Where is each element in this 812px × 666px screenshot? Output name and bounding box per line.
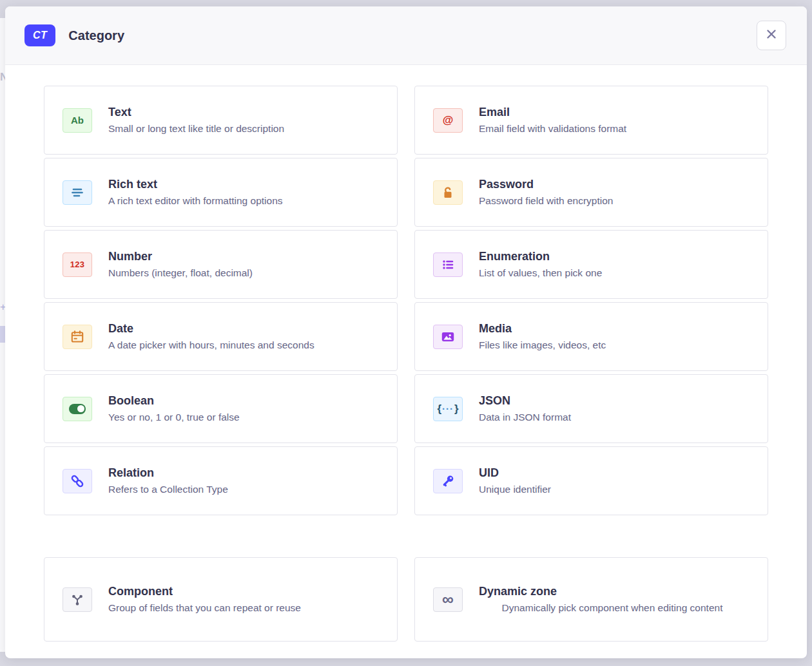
field-description: Files like images, videos, etc xyxy=(479,337,749,353)
toggle-icon xyxy=(63,397,92,421)
field-title: Rich text xyxy=(108,176,379,193)
field-card-uid[interactable]: UID Unique identifier xyxy=(414,446,768,515)
field-title: UID xyxy=(479,464,749,481)
field-card-email[interactable]: @ Email Email field with validations for… xyxy=(414,86,768,155)
field-card-json[interactable]: { ··· } JSON Data in JSON format xyxy=(414,374,768,443)
background-page-edge: N + xyxy=(0,18,5,652)
field-card-relation[interactable]: Relation Refers to a Collection Type xyxy=(44,446,398,515)
field-description: Email field with validations format xyxy=(479,120,749,137)
background-highlight-fragment xyxy=(0,326,5,343)
fields-grid: Ab Text Small or long text like title or… xyxy=(44,86,768,515)
field-title: Date xyxy=(108,320,379,337)
field-description: List of values, then pick one xyxy=(479,265,749,281)
field-card-boolean[interactable]: Boolean Yes or no, 1 or 0, true or false xyxy=(44,374,398,443)
close-icon xyxy=(764,27,778,44)
field-title: Email xyxy=(479,104,749,120)
123-icon: 123 xyxy=(63,252,92,277)
field-title: Relation xyxy=(108,464,379,481)
bullet-list-icon xyxy=(433,252,463,277)
field-description: Yes or no, 1 or 0, true or false xyxy=(108,409,379,425)
field-title: Number xyxy=(108,248,379,265)
field-card-dynamiczone[interactable]: ∞ Dynamic zone Dynamically pick componen… xyxy=(414,557,768,642)
chain-link-icon xyxy=(63,469,92,493)
field-description: Numbers (integer, float, decimal) xyxy=(108,265,379,281)
field-title: Text xyxy=(108,104,379,120)
field-description: A date picker with hours, minutes and se… xyxy=(108,337,379,353)
field-title: Password xyxy=(479,176,749,193)
calendar-icon xyxy=(63,325,92,349)
field-title: Component xyxy=(108,583,379,600)
key-icon xyxy=(433,469,463,493)
field-title: Enumeration xyxy=(479,248,749,265)
align-lines-icon xyxy=(63,180,92,205)
close-button[interactable] xyxy=(757,21,786,50)
modal-header: CT Category xyxy=(5,6,807,65)
field-description: A rich text editor with formatting optio… xyxy=(108,193,379,209)
ab-icon: Ab xyxy=(63,108,92,133)
branch-icon xyxy=(63,587,92,612)
field-description: Group of fields that you can repeat or r… xyxy=(108,600,379,616)
field-description: Data in JSON format xyxy=(479,409,749,425)
field-title: Boolean xyxy=(108,392,379,409)
field-card-number[interactable]: 123 Number Numbers (integer, float, deci… xyxy=(44,230,398,299)
modal-title: Category xyxy=(68,28,124,43)
field-card-richtext[interactable]: Rich text A rich text editor with format… xyxy=(44,158,398,227)
json-braces-icon: { ··· } xyxy=(433,397,463,421)
field-card-enumeration[interactable]: Enumeration List of values, then pick on… xyxy=(414,230,768,299)
field-description: Refers to a Collection Type xyxy=(108,481,379,497)
background-plus-fragment: + xyxy=(0,301,5,313)
field-card-password[interactable]: Password Password field with encryption xyxy=(414,158,768,227)
field-card-date[interactable]: Date A date picker with hours, minutes a… xyxy=(44,302,398,371)
content-type-badge: CT xyxy=(24,24,55,46)
field-description: Password field with encryption xyxy=(479,193,749,209)
at-icon: @ xyxy=(433,108,463,133)
field-description: Small or long text like title or descrip… xyxy=(108,120,379,137)
field-title: JSON xyxy=(479,392,749,409)
field-type-list: Ab Text Small or long text like title or… xyxy=(5,65,807,642)
field-description: Unique identifier xyxy=(479,481,749,497)
infinity-icon: ∞ xyxy=(433,587,463,612)
field-title: Media xyxy=(479,320,749,337)
field-description: Dynamically pick component when editing … xyxy=(479,600,749,616)
field-card-text[interactable]: Ab Text Small or long text like title or… xyxy=(44,86,398,155)
background-nav-fragment: N xyxy=(0,71,5,84)
select-field-modal: CT Category Ab Text Small or long text l… xyxy=(5,6,807,658)
field-title: Dynamic zone xyxy=(479,583,749,600)
advanced-fields-grid: Component Group of fields that you can r… xyxy=(44,557,768,642)
picture-icon xyxy=(433,325,463,349)
field-card-component[interactable]: Component Group of fields that you can r… xyxy=(44,557,398,642)
field-card-media[interactable]: Media Files like images, videos, etc xyxy=(414,302,768,371)
lock-icon xyxy=(433,180,463,205)
